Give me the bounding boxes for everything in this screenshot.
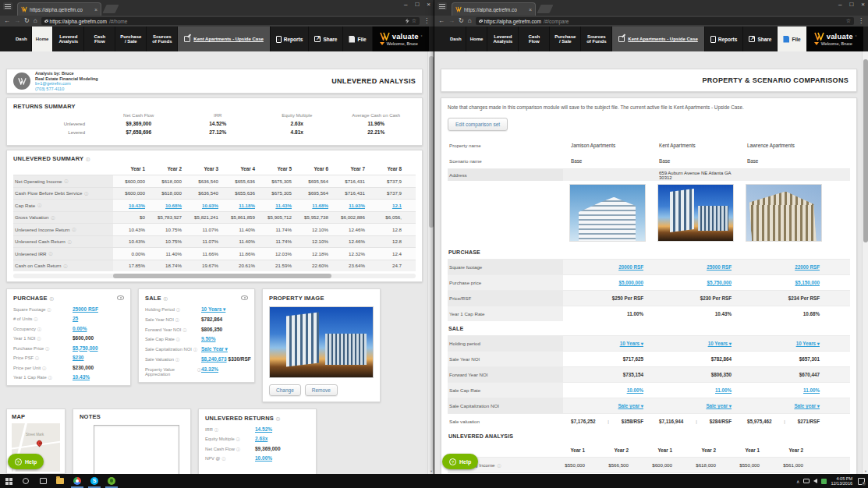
nav-action-share[interactable]: Share [309,27,343,51]
info-icon[interactable]: ⓘ [49,251,53,256]
nav-tab-cash-flow[interactable]: Cash Flow [519,27,550,51]
home-icon[interactable]: ⌂ [468,17,472,25]
scenario-selector[interactable]: Kent Apartments - Upside Case [612,27,704,51]
tab-close-icon[interactable]: × [94,7,97,12]
bookmark-star-icon[interactable]: ☆ [412,18,416,24]
remove-button[interactable]: Remove [305,384,338,396]
cell[interactable]: $5,150,000 [739,280,827,285]
analyst-phone[interactable]: (703) 577-4110 [35,87,98,92]
window-titlebar[interactable]: https://alpha.getrefm.co × – □ × [434,0,868,16]
browser-tab[interactable]: https://alpha.getrefm.co × [452,2,536,16]
reload-icon[interactable]: ↻ [24,17,30,25]
home-icon[interactable]: ⌂ [34,17,37,25]
cell[interactable]: 10.93% [186,203,223,208]
close-button[interactable]: × [427,1,430,9]
forward-icon[interactable]: → [14,17,20,25]
app-button[interactable] [103,474,120,488]
cell[interactable]: 12.1 [370,203,406,208]
scenario-link[interactable]: Base [563,158,651,164]
info-icon[interactable]: ⓘ [193,347,197,352]
cell[interactable]: $5,750,000 [651,280,739,285]
cell[interactable]: 20000 RSF [563,264,651,270]
cell[interactable]: 22000 RSF [739,264,827,270]
vertical-scrollbar[interactable]: ▼ [427,51,434,474]
field-value[interactable]: 2.63x [255,436,267,441]
profile-icon[interactable] [3,2,12,10]
cell[interactable]: 11.43% [260,203,296,208]
info-icon[interactable]: ⓘ [176,307,180,312]
field-value[interactable]: $5,750,000 [73,345,98,351]
back-icon[interactable]: ← [4,17,10,25]
nav-tab-dash[interactable]: Dash [12,27,32,51]
action-center-icon[interactable]: 2 [858,478,865,485]
info-icon[interactable]: ⓘ [68,239,72,244]
cell[interactable]: 10.68% [150,203,186,208]
cell[interactable]: $5,000,000 [563,280,651,285]
help-button[interactable]: ? Help [8,454,44,469]
field-value[interactable]: 0.00% [73,326,87,331]
scrollbar-thumb[interactable] [113,274,331,278]
notes-input[interactable] [94,425,179,474]
info-icon[interactable]: ⓘ [276,416,280,421]
info-icon[interactable]: ⓘ [35,355,39,360]
cell[interactable]: 10.00% [563,387,651,393]
cell[interactable]: 10.43% [113,203,150,208]
cell[interactable]: 25000 RSF [651,264,739,270]
info-icon[interactable]: ⓘ [182,327,186,332]
nav-tab-levered-analysis[interactable]: Levered Analysis [53,27,84,51]
info-icon[interactable]: ⓘ [37,336,41,341]
info-icon[interactable]: ⓘ [50,296,54,301]
info-icon[interactable]: ⓘ [48,307,51,312]
info-icon[interactable]: ⓘ [48,375,52,380]
start-button[interactable] [0,474,17,488]
close-button[interactable]: × [861,1,865,9]
field-value[interactable]: 10.43% [73,374,90,380]
change-button[interactable]: Change [269,384,301,396]
field-value[interactable]: 10.00% [255,455,272,461]
edit-comparison-set-button[interactable]: Edit comparison set [448,118,508,131]
tray-app-icon[interactable] [821,479,827,484]
info-icon[interactable]: ⓘ [176,337,180,341]
extension-icon[interactable] [406,19,409,24]
chrome-button[interactable] [69,474,86,488]
field-value[interactable]: 25000 RSF [73,306,98,312]
menu-icon[interactable]: ⋮ [858,17,864,25]
field-value[interactable]: Sale Year ▾ [201,346,228,352]
skype-button[interactable]: S [86,474,103,488]
info-icon[interactable]: ⓘ [175,317,179,322]
info-icon[interactable]: ⓘ [498,463,501,468]
nav-tab-dash[interactable]: Dash [446,27,466,51]
reload-icon[interactable]: ↻ [459,17,464,25]
new-tab-button[interactable] [537,5,553,13]
menu-icon[interactable]: ⋮ [423,17,430,25]
scrollbar-thumb[interactable] [429,56,434,228]
info-icon[interactable]: ⓘ [236,447,240,451]
nav-action-reports[interactable]: ↓Reports [705,27,744,51]
nav-tab-cash-flow[interactable]: Cash Flow [84,27,115,51]
cell[interactable]: 11.68% [296,203,333,208]
minimize-button[interactable]: – [838,1,841,9]
cell[interactable]: Sale year ▾ [739,403,827,408]
info-icon[interactable]: ⓘ [73,227,76,232]
field-value[interactable]: $8,240,673 [201,356,227,362]
cell[interactable]: Sale year ▾ [563,403,651,408]
field-value[interactable]: 43.32% [201,366,218,372]
brand-menu[interactable]: valuate° Welcome, Bruce [373,27,430,51]
cell[interactable]: 10 Years ▾ [563,341,651,346]
back-icon[interactable]: ← [438,17,445,25]
cell[interactable]: 11.93% [333,203,370,208]
forward-icon[interactable]: → [448,17,455,25]
help-button[interactable]: ? Help [442,454,478,469]
horizontal-scrollbar[interactable] [13,274,416,278]
scenario-selector[interactable]: Kent Apartments - Upside Case [178,27,270,51]
info-icon[interactable]: ⓘ [84,191,88,196]
maximize-button[interactable]: □ [415,1,419,9]
nav-tab-home[interactable]: Home [466,27,488,51]
vertical-scrollbar[interactable]: ▼ [862,51,868,474]
nav-tab-purchase-sale[interactable]: Purchase / Sale [550,27,581,51]
info-icon[interactable]: ⓘ [164,296,168,301]
info-icon[interactable]: ⓘ [34,316,38,321]
brand-menu[interactable]: valuate° Welcome, Bruce [807,27,864,51]
field-value[interactable]: 25 [73,316,78,321]
field-value[interactable]: 10 Years ▾ [201,306,225,313]
